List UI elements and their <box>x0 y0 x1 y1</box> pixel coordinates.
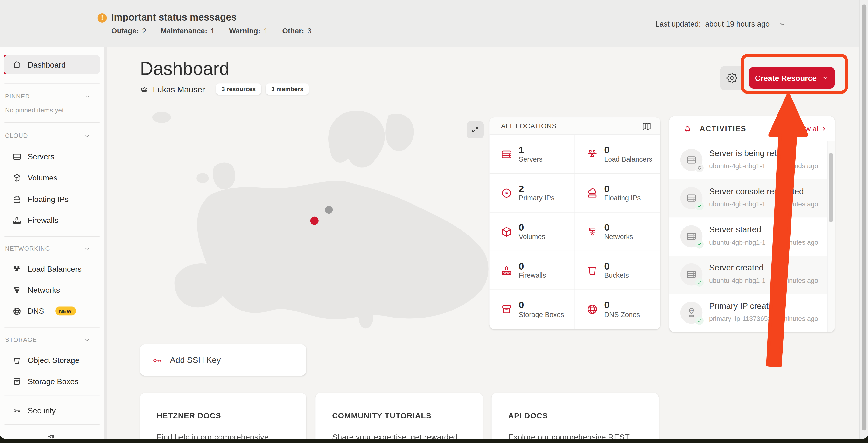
check-badge-icon <box>695 279 703 287</box>
status-banner-title: Important status messages <box>111 11 237 23</box>
divider <box>4 424 99 425</box>
members-badge: 3 members <box>266 84 309 95</box>
map-expand-button[interactable] <box>467 121 484 138</box>
map-location-dot-gray[interactable] <box>325 206 333 214</box>
page-scrollbar-track[interactable] <box>859 0 868 439</box>
chevron-down-icon <box>778 20 787 28</box>
server-icon <box>686 154 697 165</box>
server-icon <box>686 193 697 203</box>
europe-map[interactable] <box>127 105 498 343</box>
storage-box-icon <box>500 303 513 315</box>
primary-ip-icon <box>685 307 698 319</box>
sidebar-item-object-storage[interactable]: Object Storage <box>4 352 100 369</box>
activity-item[interactable]: Primary IP created primary_ip-113736537 … <box>669 294 835 332</box>
project-owner-row: Lukas Mauser 3 resources 3 members <box>140 84 309 95</box>
map-icon[interactable] <box>642 121 651 131</box>
stat-load-balancers[interactable]: 0Load Balancers <box>575 135 660 174</box>
sidebar-item-load-balancers[interactable]: Load Balancers <box>4 261 100 277</box>
activity-item[interactable]: Server created ubuntu-4gb-nbg1-1 8 minut… <box>669 256 835 294</box>
sidebar-item-firewalls[interactable]: Firewalls <box>4 212 100 228</box>
chevron-down-icon <box>84 245 91 252</box>
sidebar-scrollbar[interactable] <box>104 47 107 439</box>
divider <box>4 327 99 327</box>
view-all-link[interactable]: View all <box>795 125 827 133</box>
sidebar-section-pinned[interactable]: PINNED <box>5 92 91 101</box>
sidebar-item-volumes[interactable]: Volumes <box>4 169 100 186</box>
resources-badge: 3 resources <box>216 84 261 95</box>
refresh-badge-icon <box>695 164 703 172</box>
status-count-outage: Outage:2 <box>111 27 146 35</box>
sidebar-item-floating-ips[interactable]: Floating IPs <box>4 191 100 208</box>
chevron-right-icon <box>821 126 827 132</box>
stat-primary-ips[interactable]: 2Primary IPs <box>489 174 575 213</box>
community-tutorials-card[interactable]: COMMUNITY TUTORIALS Share your expertise… <box>315 393 483 439</box>
status-count-maintenance: Maintenance:1 <box>160 27 215 35</box>
stats-header-label: ALL LOCATIONS <box>501 122 556 130</box>
stat-dns-zones[interactable]: 0DNS Zones <box>575 290 660 329</box>
status-count-warning: Warning:1 <box>229 27 268 35</box>
map-location-dot-red[interactable] <box>310 217 318 225</box>
pin-icon <box>47 432 56 439</box>
activity-item[interactable]: Server is being rebuilt ubuntu-4gb-nbg1-… <box>669 141 835 179</box>
last-updated-dropdown[interactable]: Last updated: about 19 hours ago <box>655 20 787 28</box>
page-scrollbar-thumb[interactable] <box>862 4 866 431</box>
api-docs-card[interactable]: API DOCS Explore our comprehensive REST … <box>492 393 659 439</box>
network-icon <box>12 285 22 295</box>
divider <box>4 236 99 237</box>
add-ssh-key-button[interactable]: Add SSH Key <box>140 344 306 376</box>
chevron-down-icon <box>84 93 91 100</box>
settings-button[interactable] <box>719 66 744 90</box>
globe-icon <box>12 306 22 316</box>
stats-grid: 1Servers 0Load Balancers 2Primary IPs 0F… <box>489 135 660 329</box>
new-badge: NEW <box>55 307 75 316</box>
chevron-down-icon <box>84 336 91 343</box>
activities-scrollbar-thumb[interactable] <box>829 153 833 222</box>
sidebar-item-servers[interactable]: Servers <box>4 148 100 165</box>
stat-servers[interactable]: 1Servers <box>489 135 575 174</box>
check-badge-icon <box>695 317 703 325</box>
activities-header: ACTIVITIES View all <box>669 116 835 141</box>
crown-icon <box>140 85 148 93</box>
cube-icon <box>500 226 513 238</box>
activities-card: ACTIVITIES View all Server is being rebu… <box>669 116 835 332</box>
stat-floating-ips[interactable]: 0Floating IPs <box>575 174 660 213</box>
activity-item[interactable]: Server console requested ubuntu-4gb-nbg1… <box>669 179 835 217</box>
sidebar-section-networking[interactable]: NETWORKING <box>5 244 91 253</box>
storage-box-icon <box>12 377 22 386</box>
status-counts: Outage:2 Maintenance:1 Warning:1 Other:3 <box>111 27 312 35</box>
server-icon <box>686 231 697 242</box>
bucket-icon <box>586 264 598 276</box>
floating-ip-icon <box>586 187 598 199</box>
home-icon <box>12 60 22 69</box>
activity-item[interactable]: Server started ubuntu-4gb-nbg1-1 minutes… <box>669 217 835 255</box>
firewall-icon <box>500 264 513 276</box>
server-icon <box>686 269 697 280</box>
hetzner-docs-card[interactable]: HETZNER DOCS Find help in our comprehens… <box>140 393 306 439</box>
sidebar-item-storage-boxes[interactable]: Storage Boxes <box>4 373 100 390</box>
sidebar-item-dns[interactable]: DNS NEW <box>4 303 100 319</box>
chevron-down-icon <box>822 74 829 81</box>
stat-storage-boxes[interactable]: 0Storage Boxes <box>489 290 575 329</box>
status-count-other: Other:3 <box>282 27 311 35</box>
app-window: ! Important status messages Outage:2 Mai… <box>0 0 868 439</box>
stats-header: ALL LOCATIONS <box>489 117 660 135</box>
stat-buckets[interactable]: 0Buckets <box>575 251 660 290</box>
divider <box>4 122 99 123</box>
pin-sidebar-button[interactable] <box>47 431 56 439</box>
stat-volumes[interactable]: 0Volumes <box>489 213 575 251</box>
stat-firewalls[interactable]: 0Firewalls <box>489 251 575 290</box>
sidebar-item-networks[interactable]: Networks <box>4 282 100 298</box>
key-icon <box>12 406 22 415</box>
floating-ip-icon <box>12 194 22 204</box>
sidebar-section-cloud[interactable]: CLOUD <box>5 131 91 140</box>
sidebar-item-security[interactable]: Security <box>4 402 100 419</box>
divider <box>4 396 99 396</box>
bell-icon <box>683 124 692 134</box>
gear-icon <box>726 72 737 84</box>
create-resource-button[interactable]: Create Resource <box>749 67 835 88</box>
sidebar-section-storage[interactable]: STORAGE <box>5 336 91 344</box>
activities-title: ACTIVITIES <box>700 125 795 133</box>
stat-networks[interactable]: 0Networks <box>575 213 660 251</box>
sidebar-item-dashboard[interactable]: Dashboard <box>4 55 100 74</box>
main-content: Dashboard Lukas Mauser 3 resources 3 mem… <box>107 47 868 439</box>
